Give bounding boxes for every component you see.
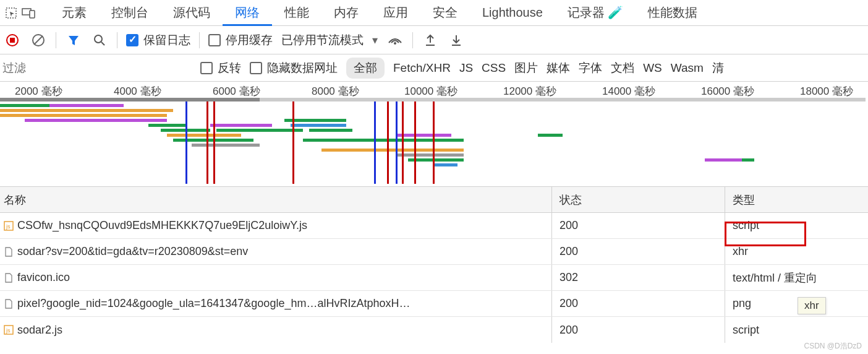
checkbox-icon [208,34,221,46]
tab-console[interactable]: 控制台 [99,0,161,26]
network-table-header: 名称 状态 类型 [0,187,868,213]
column-name[interactable]: 名称 [0,192,551,207]
network-conditions-icon[interactable] [386,32,404,49]
tab-network[interactable]: 网络 [223,0,272,26]
checkbox-icon [126,34,138,46]
column-status[interactable]: 状态 [551,187,725,212]
svg-text:js: js [6,327,11,334]
tooltip: xhr [798,297,826,314]
chevron-down-icon[interactable]: ▾ [372,33,378,47]
tick: 18000 毫秒 [800,84,853,98]
tick: 8000 毫秒 [312,84,359,98]
tick: 16000 毫秒 [701,84,754,98]
checkbox-icon [200,62,213,74]
watermark: CSDN @D浩DzD [804,341,862,343]
divider [56,32,56,48]
filter-type-fetch[interactable]: Fetch/XHR [393,61,451,75]
filter-type-font[interactable]: 字体 [579,60,602,76]
divider [199,32,200,48]
column-type[interactable]: 类型 [725,187,868,212]
request-name: sodar?sv=200&tid=gda&tv=r20230809&st=env [17,245,248,258]
table-row[interactable]: js CSOfw_hsnqCQOuvd9EdsMHEKKK7Q7ue9EljC2… [0,213,868,239]
network-timeline[interactable]: 2000 毫秒 4000 毫秒 6000 毫秒 8000 毫秒 10000 毫秒… [0,82,868,187]
marker-domcontentloaded [396,101,398,184]
disable-cache-checkbox[interactable]: 停用缓存 [208,32,273,48]
table-row[interactable]: pixel?google_nid=1024&google_ula=1641347… [0,291,868,317]
marker-domcontentloaded [374,101,376,184]
table-row[interactable]: sodar?sv=200&tid=gda&tv=r20230809&st=env… [0,239,868,265]
doc-file-icon [4,247,14,257]
marker-load [433,101,435,184]
request-name: pixel?google_nid=1024&google_ula=1641347… [17,297,410,310]
tab-application[interactable]: 应用 [371,0,420,26]
tab-lighthouse[interactable]: Lighthouse [470,1,555,25]
divider [117,32,117,48]
tab-memory[interactable]: 内存 [321,0,371,26]
throttling-dropdown[interactable]: 已停用节流模式 [281,32,364,48]
request-name: sodar2.js [17,324,62,337]
filter-input[interactable] [0,56,192,80]
device-icon[interactable] [20,7,37,19]
inspect-icon[interactable] [2,7,20,19]
svg-text:js: js [6,223,11,230]
hide-data-urls-checkbox[interactable]: 隐藏数据网址 [250,60,338,76]
request-name: favicon.ico [17,271,70,284]
tab-recorder[interactable]: 记录器 🧪 [555,0,636,26]
filter-type-all[interactable]: 全部 [346,58,385,79]
filter-type-media[interactable]: 媒体 [547,60,570,76]
devtools-tabs: 元素 控制台 源代码 网络 性能 内存 应用 安全 Lighthouse 记录器… [0,0,868,26]
request-type: png [725,291,868,316]
network-toolbar: 保留日志 停用缓存 已停用节流模式 ▾ [0,26,868,54]
request-type: script [725,213,868,238]
request-status: 200 [551,239,725,264]
marker-load [213,101,215,184]
svg-point-9 [394,42,396,45]
filter-type-js[interactable]: JS [459,61,473,75]
svg-line-8 [101,42,104,45]
filter-row: 反转 隐藏数据网址 全部 Fetch/XHR JS CSS 图片 媒体 字体 文… [0,54,868,82]
marker-load [387,101,389,184]
filter-type-ws[interactable]: WS [643,61,662,75]
tab-performance[interactable]: 性能 [272,0,321,26]
svg-rect-2 [30,11,35,18]
doc-file-icon [4,273,14,283]
tab-perf-insights[interactable]: 性能数据 [636,0,710,26]
svg-rect-4 [10,38,15,43]
svg-line-6 [34,36,43,45]
table-row[interactable]: js sodar2.js 200 script [0,317,868,343]
tick: 6000 毫秒 [213,84,260,98]
js-file-icon: js [4,221,14,231]
checkbox-icon [250,62,262,74]
tab-sources[interactable]: 源代码 [161,0,223,26]
marker-load [402,101,404,184]
table-row[interactable]: favicon.ico 302 text/html / 重定向 [0,265,868,291]
filter-type-doc[interactable]: 文档 [611,60,634,76]
request-type: text/html / 重定向 [725,265,868,290]
upload-icon[interactable] [422,32,439,49]
hide-data-urls-label: 隐藏数据网址 [267,60,338,76]
request-status: 200 [551,291,725,316]
marker-domcontentloaded [185,101,187,184]
tick: 2000 毫秒 [15,84,62,98]
marker-load [414,101,416,184]
download-icon[interactable] [448,32,465,49]
request-status: 200 [551,213,725,238]
tab-elements[interactable]: 元素 [49,0,99,26]
preserve-log-checkbox[interactable]: 保留日志 [126,32,190,48]
tab-security[interactable]: 安全 [420,0,470,26]
invert-checkbox[interactable]: 反转 [200,60,241,76]
search-icon[interactable] [91,32,108,49]
record-button[interactable] [4,32,21,49]
filter-type-img[interactable]: 图片 [514,60,538,76]
filter-type-css[interactable]: CSS [482,61,506,75]
tick: 12000 毫秒 [503,84,556,98]
request-name: CSOfw_hsnqCQOuvd9EdsMHEKKK7Q7ue9EljC2ulo… [17,219,307,232]
filter-type-wasm[interactable]: Wasm [671,61,704,75]
filter-type-manifest[interactable]: 清 [712,60,724,76]
request-type: script [725,317,868,343]
marker-load [206,101,208,184]
divider [412,32,413,48]
filter-icon[interactable] [65,32,82,49]
clear-button[interactable] [30,32,47,49]
marker-load [292,101,294,184]
